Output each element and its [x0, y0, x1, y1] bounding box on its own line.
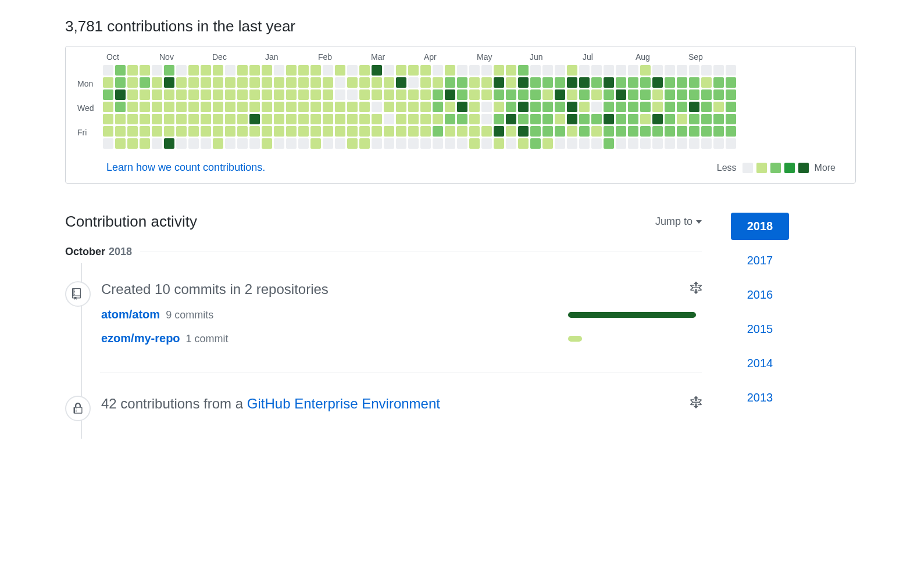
calendar-day[interactable]	[579, 65, 590, 76]
calendar-day[interactable]	[127, 102, 138, 112]
calendar-day[interactable]	[433, 77, 443, 88]
calendar-day[interactable]	[494, 77, 504, 88]
calendar-day[interactable]	[286, 114, 297, 124]
calendar-day[interactable]	[457, 138, 467, 149]
calendar-day[interactable]	[298, 65, 309, 76]
calendar-day[interactable]	[323, 114, 333, 124]
calendar-day[interactable]	[677, 77, 687, 88]
calendar-day[interactable]	[310, 138, 321, 149]
calendar-day[interactable]	[579, 126, 590, 137]
calendar-day[interactable]	[298, 138, 309, 149]
calendar-day[interactable]	[127, 65, 138, 76]
calendar-day[interactable]	[372, 65, 382, 76]
calendar-day[interactable]	[115, 102, 126, 112]
calendar-day[interactable]	[188, 65, 199, 76]
calendar-day[interactable]	[249, 77, 260, 88]
calendar-day[interactable]	[567, 126, 577, 137]
calendar-day[interactable]	[335, 102, 345, 112]
calendar-day[interactable]	[726, 102, 736, 112]
calendar-day[interactable]	[372, 126, 382, 137]
calendar-day[interactable]	[433, 102, 443, 112]
calendar-day[interactable]	[530, 65, 541, 76]
calendar-day[interactable]	[286, 77, 297, 88]
calendar-day[interactable]	[103, 138, 113, 149]
calendar-day[interactable]	[188, 126, 199, 137]
calendar-day[interactable]	[555, 138, 565, 149]
calendar-day[interactable]	[249, 126, 260, 137]
calendar-day[interactable]	[420, 77, 431, 88]
calendar-day[interactable]	[384, 89, 394, 100]
calendar-day[interactable]	[567, 77, 577, 88]
calendar-day[interactable]	[408, 89, 419, 100]
calendar-day[interactable]	[310, 89, 321, 100]
calendar-day[interactable]	[359, 138, 370, 149]
calendar-day[interactable]	[262, 126, 272, 137]
calendar-day[interactable]	[213, 89, 223, 100]
calendar-day[interactable]	[188, 102, 199, 112]
calendar-day[interactable]	[408, 102, 419, 112]
calendar-day[interactable]	[103, 114, 113, 124]
calendar-day[interactable]	[225, 65, 235, 76]
calendar-day[interactable]	[555, 65, 565, 76]
year-link-2018[interactable]: 2018	[731, 213, 789, 240]
calendar-day[interactable]	[542, 138, 553, 149]
calendar-day[interactable]	[310, 65, 321, 76]
calendar-day[interactable]	[140, 126, 150, 137]
calendar-day[interactable]	[481, 65, 492, 76]
calendar-day[interactable]	[176, 65, 187, 76]
calendar-day[interactable]	[494, 102, 504, 112]
calendar-day[interactable]	[604, 89, 614, 100]
calendar-day[interactable]	[347, 138, 358, 149]
calendar-day[interactable]	[726, 65, 736, 76]
calendar-day[interactable]	[518, 114, 529, 124]
calendar-day[interactable]	[396, 89, 406, 100]
repo-link[interactable]: atom/atom	[101, 308, 160, 321]
calendar-day[interactable]	[469, 89, 480, 100]
calendar-day[interactable]	[604, 126, 614, 137]
calendar-day[interactable]	[445, 114, 455, 124]
calendar-day[interactable]	[298, 77, 309, 88]
calendar-day[interactable]	[628, 138, 638, 149]
calendar-day[interactable]	[396, 138, 406, 149]
calendar-day[interactable]	[555, 114, 565, 124]
calendar-day[interactable]	[445, 126, 455, 137]
calendar-day[interactable]	[433, 138, 443, 149]
calendar-day[interactable]	[469, 138, 480, 149]
calendar-day[interactable]	[164, 138, 174, 149]
calendar-day[interactable]	[469, 114, 480, 124]
calendar-day[interactable]	[115, 138, 126, 149]
calendar-day[interactable]	[335, 138, 345, 149]
calendar-grid[interactable]	[103, 65, 736, 151]
calendar-day[interactable]	[506, 102, 516, 112]
calendar-day[interactable]	[701, 138, 712, 149]
calendar-day[interactable]	[249, 102, 260, 112]
calendar-day[interactable]	[115, 77, 126, 88]
calendar-day[interactable]	[140, 65, 150, 76]
calendar-day[interactable]	[372, 114, 382, 124]
calendar-day[interactable]	[347, 126, 358, 137]
calendar-day[interactable]	[262, 114, 272, 124]
calendar-day[interactable]	[542, 126, 553, 137]
calendar-day[interactable]	[127, 138, 138, 149]
calendar-day[interactable]	[604, 102, 614, 112]
calendar-day[interactable]	[445, 138, 455, 149]
calendar-day[interactable]	[616, 126, 626, 137]
calendar-day[interactable]	[567, 89, 577, 100]
calendar-day[interactable]	[677, 126, 687, 137]
calendar-day[interactable]	[188, 89, 199, 100]
calendar-day[interactable]	[164, 126, 174, 137]
calendar-day[interactable]	[713, 114, 724, 124]
calendar-day[interactable]	[396, 102, 406, 112]
calendar-day[interactable]	[103, 77, 113, 88]
calendar-day[interactable]	[225, 126, 235, 137]
calendar-day[interactable]	[713, 126, 724, 137]
calendar-day[interactable]	[396, 77, 406, 88]
calendar-day[interactable]	[616, 114, 626, 124]
calendar-day[interactable]	[616, 77, 626, 88]
calendar-day[interactable]	[237, 114, 248, 124]
calendar-day[interactable]	[677, 138, 687, 149]
calendar-day[interactable]	[665, 126, 675, 137]
unfold-icon[interactable]	[690, 281, 702, 297]
calendar-day[interactable]	[213, 102, 223, 112]
calendar-day[interactable]	[335, 89, 345, 100]
